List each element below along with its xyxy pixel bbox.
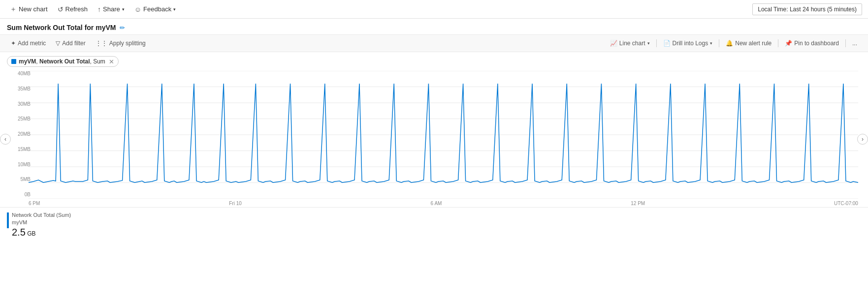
metric-pills-area: myVM, Network Out Total, Sum ✕ (0, 52, 868, 71)
legend-color-bar (7, 212, 9, 228)
apply-splitting-button[interactable]: ⋮⋮ Apply splitting (92, 38, 150, 48)
share-dropdown-arrow: ▾ (122, 7, 125, 12)
x-label-6am: 6 AM (431, 201, 442, 206)
splitting-icon: ⋮⋮ (96, 40, 107, 47)
feedback-button[interactable]: ☺ Feedback ▾ (130, 3, 180, 15)
metric-pill-close[interactable]: ✕ (109, 59, 114, 65)
legend-value-row: 2.5 GB (12, 227, 71, 238)
pin-icon: 📌 (785, 40, 792, 47)
add-filter-button[interactable]: ▽ Add filter (52, 38, 89, 48)
chart-scroll-right-button[interactable]: › (857, 134, 868, 145)
line-chart-label: Line chart (619, 40, 645, 47)
y-label-5mb: 5MB (20, 177, 31, 182)
chart-line (29, 84, 858, 182)
add-metric-label: Add metric (18, 40, 46, 47)
chart-scroll-left-button[interactable]: ‹ (0, 134, 11, 145)
feedback-dropdown-arrow: ▾ (173, 7, 176, 12)
new-alert-rule-label: New alert rule (735, 40, 772, 47)
more-label: ... (852, 40, 857, 47)
more-button[interactable]: ... (848, 38, 861, 48)
metric-pill: myVM, Network Out Total, Sum ✕ (7, 56, 119, 67)
x-label-utc: UTC-07:00 (834, 201, 858, 206)
x-label-empty3 (536, 201, 537, 206)
metric-pill-metric: Network Out Total (39, 58, 90, 65)
add-metric-icon: ✦ (11, 40, 16, 47)
time-range-button[interactable]: Local Time: Last 24 hours (5 minutes) (752, 3, 862, 15)
x-label-6pm: 6 PM (29, 201, 40, 206)
x-label-12pm: 12 PM (631, 201, 645, 206)
y-label-10mb: 10MB (18, 162, 31, 167)
y-label-0b: 0B (25, 192, 31, 197)
chart-wrapper: ‹ › 40MB 35MB 30MB 25MB 20MB 15MB 10MB 5… (0, 71, 868, 207)
toolbar-separator-1 (656, 39, 657, 47)
legend-unit: GB (27, 230, 35, 237)
toolbar-separator-3 (778, 39, 778, 47)
share-label: Share (103, 5, 120, 13)
metric-pill-vm: myVM (19, 58, 36, 65)
plus-icon: ＋ (10, 5, 17, 14)
y-label-25mb: 25MB (18, 116, 31, 121)
add-filter-label: Add filter (62, 40, 85, 47)
top-toolbar-right: Local Time: Last 24 hours (5 minutes) (752, 3, 862, 15)
refresh-label: Refresh (65, 5, 88, 13)
metric-toolbar-right: 📈 Line chart ▾ 📄 Drill into Logs ▾ 🔔 New… (606, 38, 861, 48)
y-label-15mb: 15MB (18, 147, 31, 152)
refresh-icon: ↺ (58, 5, 64, 13)
edit-icon[interactable]: ✏ (120, 24, 125, 31)
top-toolbar-left: ＋ New chart ↺ Refresh ↑ Share ▾ ☺ Feedba… (6, 3, 180, 16)
chart-svg (29, 71, 858, 199)
chart-title-area: Sum Network Out Total for myVM ✏ (0, 19, 868, 34)
x-label-empty2 (335, 201, 337, 206)
y-label-40mb: 40MB (18, 71, 31, 76)
new-alert-rule-button[interactable]: 🔔 New alert rule (722, 38, 775, 48)
metric-pill-aggregation: Sum (93, 58, 105, 65)
metric-toolbar-left: ✦ Add metric ▽ Add filter ⋮⋮ Apply split… (7, 38, 150, 48)
line-chart-icon: 📈 (610, 40, 617, 47)
drill-into-logs-button[interactable]: 📄 Drill into Logs ▾ (659, 38, 717, 48)
alert-icon: 🔔 (726, 40, 733, 47)
filter-icon: ▽ (56, 40, 60, 47)
legend-area: Network Out Total (Sum) myVM 2.5 GB (0, 207, 868, 242)
x-label-fri10: Fri 10 (229, 201, 242, 206)
refresh-button[interactable]: ↺ Refresh (54, 3, 92, 15)
y-label-35mb: 35MB (18, 86, 31, 91)
legend-value: 2.5 (12, 227, 26, 238)
share-icon: ↑ (97, 5, 101, 13)
toolbar-separator-4 (845, 39, 846, 47)
drill-into-logs-label: Drill into Logs (673, 40, 708, 47)
metric-toolbar: ✦ Add metric ▽ Add filter ⋮⋮ Apply split… (0, 34, 868, 52)
logs-icon: 📄 (663, 40, 671, 47)
legend-metric-name: Network Out Total (Sum) (12, 211, 71, 219)
metric-pill-color (11, 59, 16, 64)
drill-logs-dropdown-arrow: ▾ (710, 41, 712, 46)
add-metric-button[interactable]: ✦ Add metric (7, 38, 50, 48)
x-label-empty4 (739, 201, 740, 206)
pin-to-dashboard-label: Pin to dashboard (794, 40, 839, 47)
legend-vm-name: myVM (12, 219, 71, 226)
time-range-label: Local Time: Last 24 hours (5 minutes) (758, 6, 857, 13)
feedback-icon: ☺ (134, 5, 141, 13)
pin-to-dashboard-button[interactable]: 📌 Pin to dashboard (781, 38, 843, 48)
apply-splitting-label: Apply splitting (109, 40, 146, 47)
legend-item: Network Out Total (Sum) myVM 2.5 GB (7, 211, 861, 238)
line-chart-button[interactable]: 📈 Line chart ▾ (606, 38, 654, 48)
toolbar-separator-2 (719, 39, 719, 47)
line-chart-dropdown-arrow: ▾ (647, 41, 650, 46)
y-label-20mb: 20MB (18, 131, 31, 137)
new-chart-label: New chart (19, 5, 48, 13)
feedback-label: Feedback (143, 5, 171, 13)
chart-title: Sum Network Out Total for myVM (7, 24, 116, 31)
new-chart-button[interactable]: ＋ New chart (6, 3, 52, 16)
metric-pill-label: myVM, Network Out Total, Sum (19, 58, 105, 65)
y-label-30mb: 30MB (18, 101, 31, 107)
x-label-empty1 (134, 201, 135, 206)
legend-details: Network Out Total (Sum) myVM 2.5 GB (12, 211, 71, 238)
share-button[interactable]: ↑ Share ▾ (94, 3, 129, 15)
